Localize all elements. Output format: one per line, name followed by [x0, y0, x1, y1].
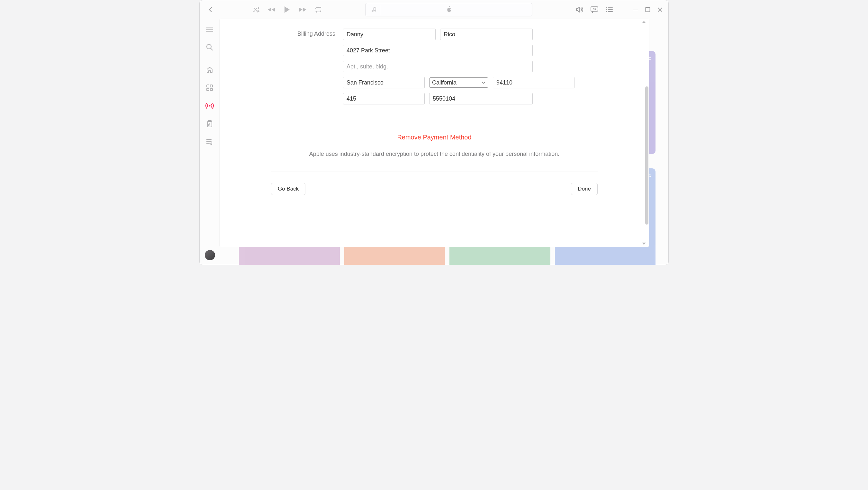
- last-name-input[interactable]: [440, 29, 533, 40]
- remove-payment-link[interactable]: Remove Payment Method: [271, 130, 598, 145]
- svg-rect-15: [210, 85, 213, 87]
- svg-rect-9: [646, 8, 650, 12]
- zip-input[interactable]: [493, 77, 575, 88]
- chevron-down-icon: [482, 80, 486, 85]
- svg-rect-10: [206, 27, 213, 27]
- avatar[interactable]: [205, 250, 215, 260]
- svg-point-2: [606, 7, 607, 8]
- next-track-icon[interactable]: [299, 7, 306, 12]
- apt-input[interactable]: [343, 61, 533, 72]
- state-value: California: [432, 79, 457, 86]
- encryption-note: Apple uses industry-standard encryption …: [271, 145, 598, 163]
- done-button[interactable]: Done: [571, 183, 598, 195]
- svg-rect-8: [633, 10, 638, 10]
- close-icon[interactable]: [657, 7, 662, 12]
- svg-rect-21: [207, 141, 212, 142]
- svg-rect-19: [207, 122, 212, 127]
- sidebar-menu-icon[interactable]: [205, 25, 214, 34]
- svg-point-6: [606, 11, 607, 12]
- volume-icon[interactable]: [576, 6, 584, 13]
- back-icon[interactable]: [207, 6, 214, 13]
- phone-area-input[interactable]: [343, 93, 425, 104]
- svg-text:99: 99: [593, 8, 596, 10]
- minimize-icon[interactable]: [633, 7, 638, 12]
- payment-modal: Billing Address Califo: [220, 19, 649, 247]
- svg-rect-3: [608, 7, 613, 8]
- svg-rect-22: [207, 143, 210, 143]
- sidebar-search-icon[interactable]: [205, 43, 214, 52]
- music-note-icon: [369, 4, 380, 15]
- sidebar: [199, 19, 220, 265]
- sidebar-home-icon[interactable]: [205, 65, 214, 74]
- shuffle-icon[interactable]: [252, 7, 259, 12]
- billing-address-label: Billing Address: [271, 29, 335, 37]
- sidebar-radio-icon[interactable]: [205, 101, 214, 110]
- repeat-icon[interactable]: [315, 7, 322, 12]
- divider: [271, 171, 598, 172]
- svg-point-4: [606, 9, 607, 10]
- now-playing-box: [365, 3, 532, 17]
- first-name-input[interactable]: [343, 29, 436, 40]
- phone-number-input[interactable]: [429, 93, 533, 104]
- play-icon[interactable]: [284, 6, 290, 13]
- street-input[interactable]: [343, 45, 533, 56]
- prev-track-icon[interactable]: [268, 7, 276, 12]
- svg-rect-20: [207, 139, 212, 140]
- svg-rect-11: [206, 29, 213, 30]
- sidebar-playlist-icon[interactable]: [205, 137, 214, 146]
- apple-logo-icon: [445, 5, 452, 14]
- titlebar: 99: [199, 0, 669, 19]
- sidebar-library-icon[interactable]: [205, 119, 214, 128]
- svg-rect-14: [207, 85, 209, 87]
- svg-rect-16: [207, 88, 209, 91]
- city-input[interactable]: [343, 77, 425, 88]
- queue-icon[interactable]: [606, 7, 613, 12]
- maximize-icon[interactable]: [645, 7, 650, 12]
- divider: [271, 120, 598, 120]
- lyrics-icon[interactable]: 99: [591, 6, 598, 13]
- svg-rect-5: [608, 9, 613, 10]
- sidebar-browse-icon[interactable]: [205, 83, 214, 92]
- go-back-button[interactable]: Go Back: [271, 183, 305, 195]
- svg-rect-7: [608, 11, 613, 12]
- svg-point-18: [209, 105, 211, 107]
- svg-rect-17: [210, 88, 213, 91]
- svg-rect-12: [206, 31, 213, 32]
- state-select[interactable]: California: [429, 77, 488, 88]
